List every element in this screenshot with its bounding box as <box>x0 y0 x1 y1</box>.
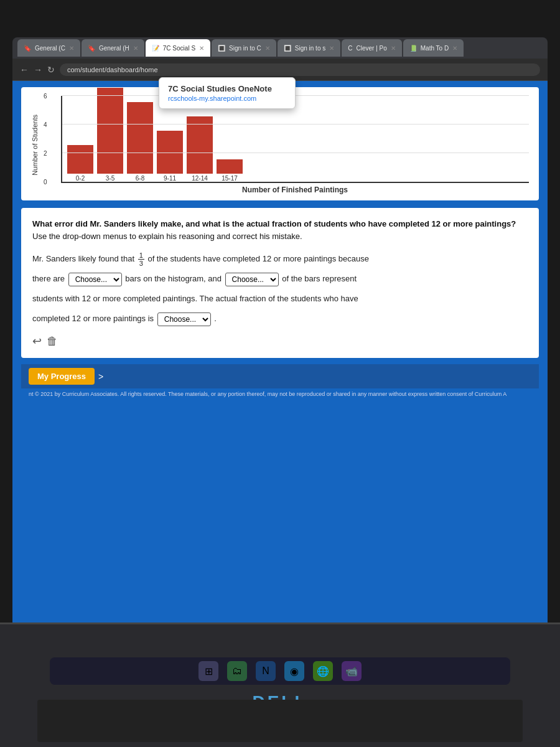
sentence-4-pre: completed 12 or more paintings is <box>32 314 156 323</box>
tab-close-icon[interactable]: ✕ <box>329 45 334 52</box>
fraction-numerator: 1 <box>138 251 144 260</box>
chart-inner: 6 4 2 0 <box>42 96 529 194</box>
taskbar-edge-icon[interactable]: ◉ <box>284 661 304 681</box>
forward-icon[interactable]: → <box>34 65 42 75</box>
tab-icon: 📗 <box>409 45 417 52</box>
tab-sign-in-1[interactable]: 🔳 Sign in to C ✕ <box>212 39 276 57</box>
bar-group-0-2: 0-2 <box>67 145 93 182</box>
chart-wrapper: Number of Students 6 4 2 0 <box>31 96 529 194</box>
tab-close-icon[interactable]: ✕ <box>452 45 457 52</box>
tab-label: Sign in to C <box>229 45 261 52</box>
undo-redo-bar: ↩ 🗑 <box>32 334 528 348</box>
histogram: 0-2 3-5 6-8 <box>61 96 529 183</box>
footer-text: nt © 2021 by Curriculum Associates. All … <box>29 391 506 397</box>
dropdown-fraction-answer[interactable]: Choose... 1/3 1/6 <box>157 312 211 326</box>
sentence-line-3: students with 12 or more completed paint… <box>32 291 528 307</box>
taskbar-chrome-icon[interactable]: 🌐 <box>313 661 333 681</box>
tab-general-c[interactable]: 🔖 General (C ✕ <box>17 39 80 57</box>
tab-close-icon[interactable]: ✕ <box>391 45 396 52</box>
tab-clever[interactable]: C Clever | Po ✕ <box>342 39 402 57</box>
bar-label-12-14: 12-14 <box>192 175 208 182</box>
sentence-2-post: of the bars represent <box>282 274 357 283</box>
back-icon[interactable]: ← <box>20 65 29 75</box>
bar-6-8 <box>127 102 153 174</box>
taskbar-explorer-icon[interactable]: 🗂 <box>227 661 247 681</box>
bar-3-5 <box>97 88 123 174</box>
sentence-1-post: of the students have completed 12 or mor… <box>147 254 369 263</box>
tab-label: General (H <box>99 45 129 52</box>
tab-icon: C <box>348 45 352 52</box>
sentence-2-pre: there are <box>32 274 67 283</box>
my-progress-button[interactable]: My Progress <box>29 368 95 385</box>
tab-label: Clever | Po <box>356 45 386 52</box>
y-tick-4: 4 <box>44 121 47 128</box>
trash-button[interactable]: 🗑 <box>47 334 58 348</box>
keyboard <box>37 700 523 742</box>
tab-close-icon[interactable]: ✕ <box>69 45 74 52</box>
dropdown-choose-2[interactable]: Choose... 1 2 3 <box>225 273 279 286</box>
tab-icon: 🔳 <box>284 45 291 52</box>
question-text: What error did Mr. Sanders likely make, … <box>32 218 528 242</box>
sentence-2-mid: bars on the histogram, and <box>125 274 223 283</box>
tab-close-icon[interactable]: ✕ <box>265 45 270 52</box>
y-axis-label: Number of Students <box>31 115 39 176</box>
bar-0-2 <box>67 145 93 174</box>
undo-button[interactable]: ↩ <box>32 334 42 348</box>
tab-close-icon[interactable]: ✕ <box>199 45 204 52</box>
tab-general-h[interactable]: 🔖 General (H ✕ <box>82 39 144 57</box>
bar-15-17 <box>217 159 243 174</box>
grid-line-2 <box>62 153 529 153</box>
footer-bar: nt © 2021 by Curriculum Associates. All … <box>21 388 539 400</box>
y-tick-2: 2 <box>44 150 47 157</box>
tooltip-title: 7C Social Studies OneNote <box>168 84 286 93</box>
tab-label: General (C <box>35 45 65 52</box>
dropdown-there-are[interactable]: Choose... 3 6 <box>68 273 122 286</box>
sentence-line-1: Mr. Sanders likely found that 1 3 of the… <box>32 251 528 267</box>
laptop-screen: 🔖 General (C ✕ 🔖 General (H ✕ 📝 7C Socia… <box>12 37 548 635</box>
page-content: Number of Students 6 4 2 0 <box>12 81 548 635</box>
tooltip-url: rcschools-my.sharepoint.com <box>168 95 286 102</box>
tab-close-icon[interactable]: ✕ <box>133 45 138 52</box>
sentence-1-pre: Mr. Sanders likely found that <box>32 254 137 263</box>
address-input[interactable] <box>60 63 540 76</box>
progress-chevron-icon[interactable]: > <box>98 372 103 382</box>
tab-label: Sign in to s <box>295 45 325 52</box>
tab-label: 7C Social S <box>163 45 195 52</box>
sentence-4-post: . <box>214 314 217 323</box>
taskbar-onenote-icon[interactable]: N <box>256 661 276 681</box>
taskbar-zoom-icon[interactable]: 📹 <box>342 661 362 681</box>
tab-icon: 🔳 <box>218 45 225 52</box>
bar-label-9-11: 9-11 <box>164 175 176 182</box>
tab-math[interactable]: 📗 Math To D ✕ <box>403 39 464 57</box>
sentence-3-text: students with 12 or more completed paint… <box>32 294 358 303</box>
bar-group-15-17: 15-17 <box>217 159 243 182</box>
tab-bar: 🔖 General (C ✕ 🔖 General (H ✕ 📝 7C Socia… <box>12 37 548 59</box>
bar-group-6-8: 6-8 <box>127 102 153 182</box>
content-area: Number of Students 6 4 2 0 <box>12 81 548 635</box>
browser-window: 🔖 General (C ✕ 🔖 General (H ✕ 📝 7C Socia… <box>12 37 548 635</box>
tab-icon: 📝 <box>152 45 159 52</box>
x-axis-title: Number of Finished Paintings <box>61 186 529 194</box>
tab-sign-in-2[interactable]: 🔳 Sign in to s ✕ <box>278 39 340 57</box>
grid-line-6 <box>62 95 529 96</box>
fraction-display: 1 3 <box>138 251 144 267</box>
reload-icon[interactable]: ↻ <box>47 65 55 75</box>
tab-tooltip: 7C Social Studies OneNote rcschools-my.s… <box>159 77 296 109</box>
tab-icon: 🔖 <box>24 45 31 52</box>
sentence-line-4: completed 12 or more paintings is Choose… <box>32 311 528 327</box>
bar-12-14 <box>187 116 213 174</box>
bar-label-15-17: 15-17 <box>222 175 238 182</box>
question-section: What error did Mr. Sanders likely make, … <box>21 208 539 358</box>
fraction-denominator: 3 <box>138 260 144 267</box>
y-tick-0: 0 <box>44 179 47 186</box>
tab-7c-social[interactable]: 📝 7C Social S ✕ <box>146 39 210 57</box>
bar-group-3-5: 3-5 <box>97 88 123 182</box>
bar-group-12-14: 12-14 <box>187 116 213 182</box>
bar-label-3-5: 3-5 <box>106 175 114 182</box>
bottom-progress-bar: My Progress > <box>21 364 539 388</box>
histogram-container: 6 4 2 0 <box>61 96 529 183</box>
y-tick-6: 6 <box>44 93 47 100</box>
taskbar-windows-icon[interactable]: ⊞ <box>198 661 218 681</box>
sentence-line-2: there are Choose... 3 6 bars on the hist… <box>32 271 528 287</box>
bar-label-6-8: 6-8 <box>136 175 144 182</box>
